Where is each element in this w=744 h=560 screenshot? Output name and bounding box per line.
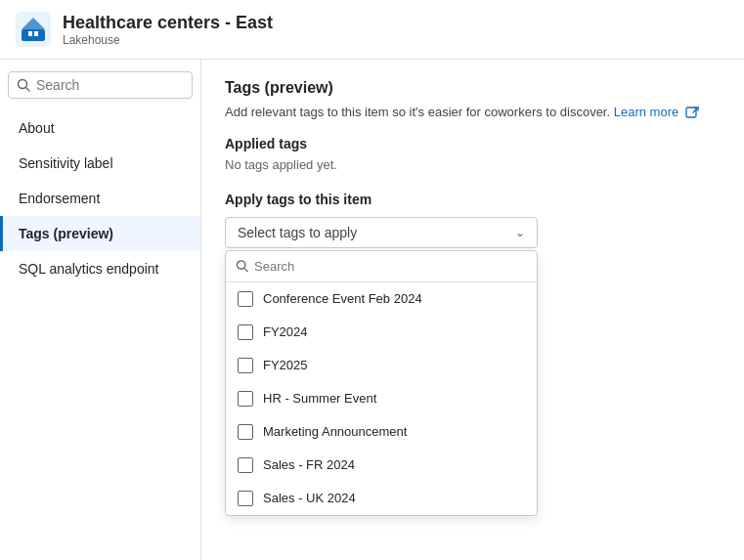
- checkbox-1[interactable]: [238, 324, 253, 340]
- sidebar-item-sensitivity-label[interactable]: Sensitivity label: [0, 146, 200, 181]
- header-text-group: Healthcare centers - East Lakehouse: [63, 13, 273, 47]
- section-description: Add relevant tags to this item so it's e…: [225, 105, 721, 120]
- checkbox-6[interactable]: [238, 491, 253, 506]
- checkbox-0[interactable]: [238, 291, 253, 307]
- tag-label-1: FY2024: [263, 324, 308, 339]
- apply-tags-title: Apply tags to this item: [225, 192, 721, 207]
- search-icon: [17, 78, 30, 92]
- svg-rect-1: [22, 29, 45, 41]
- dropdown-placeholder-text: Select tags to apply: [238, 225, 357, 240]
- svg-line-10: [244, 268, 247, 271]
- tag-label-3: HR - Summer Event: [263, 391, 376, 406]
- checkbox-5[interactable]: [238, 457, 253, 473]
- tags-dropdown-panel: Conference Event Feb 2024FY2024FY2025HR …: [225, 250, 538, 516]
- dropdown-list: Conference Event Feb 2024FY2024FY2025HR …: [226, 282, 537, 515]
- checkbox-3[interactable]: [238, 391, 253, 407]
- page-subtitle: Lakehouse: [63, 33, 273, 47]
- tags-dropdown-container: Select tags to apply ⌄ Conference Event …: [225, 217, 538, 248]
- sidebar: AboutSensitivity labelEndorsementTags (p…: [0, 60, 201, 560]
- dropdown-item-0[interactable]: Conference Event Feb 2024: [226, 282, 537, 316]
- svg-rect-7: [686, 108, 696, 117]
- learn-more-link[interactable]: Learn more: [614, 105, 678, 119]
- chevron-down-icon: ⌄: [515, 226, 525, 239]
- svg-rect-3: [28, 31, 32, 36]
- sidebar-item-endorsement[interactable]: Endorsement: [0, 181, 200, 216]
- applied-tags-title: Applied tags: [225, 136, 721, 151]
- external-link-icon: [685, 107, 699, 120]
- tag-label-2: FY2025: [263, 358, 308, 372]
- app-icon: [16, 12, 51, 47]
- main-layout: AboutSensitivity labelEndorsementTags (p…: [0, 60, 744, 560]
- svg-line-6: [26, 88, 30, 92]
- tag-label-4: Marketing Announcement: [263, 424, 407, 439]
- no-tags-text: No tags applied yet.: [225, 157, 721, 172]
- checkbox-2[interactable]: [238, 358, 253, 373]
- description-text: Add relevant tags to this item so it's e…: [225, 105, 610, 119]
- section-title: Tags (preview): [225, 79, 721, 97]
- svg-rect-4: [34, 31, 38, 36]
- dropdown-search-input[interactable]: [254, 259, 527, 274]
- tags-dropdown-trigger[interactable]: Select tags to apply ⌄: [225, 217, 538, 248]
- sidebar-search-box[interactable]: [8, 71, 193, 99]
- sidebar-item-sql-analytics-endpoint[interactable]: SQL analytics endpoint: [0, 251, 200, 286]
- page-title: Healthcare centers - East: [63, 13, 273, 33]
- sidebar-search-input[interactable]: [36, 77, 184, 93]
- tag-label-6: Sales - UK 2024: [263, 491, 356, 505]
- dropdown-item-4[interactable]: Marketing Announcement: [226, 415, 537, 449]
- page-header: Healthcare centers - East Lakehouse: [0, 0, 744, 60]
- dropdown-search-icon: [236, 259, 248, 273]
- dropdown-item-6[interactable]: Sales - UK 2024: [226, 482, 537, 515]
- dropdown-item-1[interactable]: FY2024: [226, 316, 537, 349]
- dropdown-search-box[interactable]: [226, 251, 537, 282]
- sidebar-nav: AboutSensitivity labelEndorsementTags (p…: [0, 110, 200, 286]
- sidebar-item-tags-preview[interactable]: Tags (preview): [0, 216, 200, 251]
- dropdown-item-5[interactable]: Sales - FR 2024: [226, 449, 537, 482]
- checkbox-4[interactable]: [238, 424, 253, 440]
- tag-label-0: Conference Event Feb 2024: [263, 291, 422, 306]
- dropdown-item-3[interactable]: HR - Summer Event: [226, 382, 537, 415]
- sidebar-item-about[interactable]: About: [0, 110, 200, 146]
- tag-label-5: Sales - FR 2024: [263, 457, 355, 472]
- dropdown-item-2[interactable]: FY2025: [226, 349, 537, 382]
- content-area: Tags (preview) Add relevant tags to this…: [201, 60, 744, 560]
